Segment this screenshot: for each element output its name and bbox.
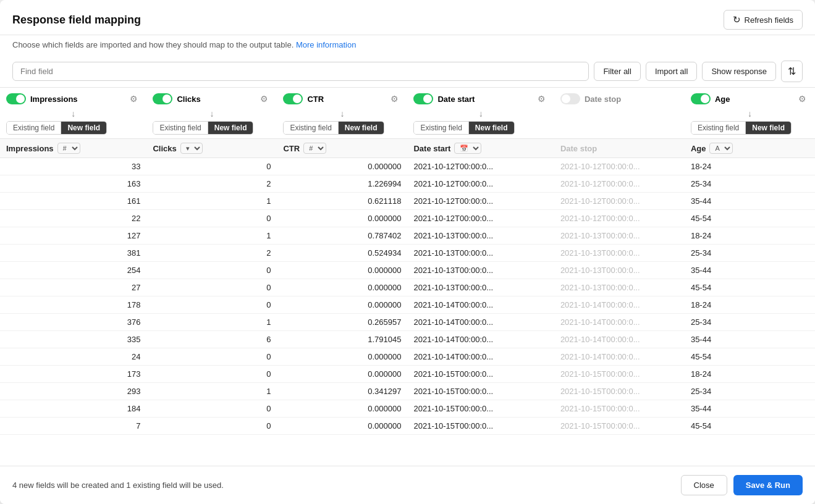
table-row: 18400.0000002021-10-15T00:00:0...2021-10… <box>0 400 815 418</box>
table-cell: 2021-10-12T00:00:0... <box>407 210 554 227</box>
table-cell: 2021-10-12T00:00:0... <box>554 158 685 175</box>
impressions-existing-tab[interactable]: Existing field <box>7 122 61 134</box>
clicks-header: Clicks ⚙ <box>146 88 277 107</box>
table-row: 2400.0000002021-10-14T00:00:0...2021-10-… <box>0 348 815 366</box>
table-scroll: Impressions ⚙ Clicks ⚙ <box>0 88 815 466</box>
datestart-col-label: Date start <box>413 144 450 153</box>
table-cell: 127 <box>0 227 146 245</box>
modal-header: Response field mapping ↻ Refresh fields <box>0 0 815 35</box>
table-cell: 2021-10-14T00:00:0... <box>554 331 685 348</box>
table-cell: 2021-10-13T00:00:0... <box>407 279 554 296</box>
ctr-new-tab[interactable]: New field <box>339 122 384 134</box>
datestart-type-dropdown[interactable]: 📅 <box>454 143 481 154</box>
col-header-row: Impressions # Clicks ▾ CTR # <box>0 139 815 158</box>
table-cell: 0 <box>146 348 277 366</box>
refresh-icon: ↻ <box>733 14 741 25</box>
table-cell: 2021-10-13T00:00:0... <box>407 262 554 279</box>
clicks-existing-tab[interactable]: Existing field <box>153 122 208 134</box>
table-cell: 2021-10-13T00:00:0... <box>407 245 554 262</box>
datestop-col-label: Date stop <box>560 144 597 153</box>
table-cell: 0.000000 <box>277 262 407 279</box>
clicks-toggle[interactable] <box>153 93 172 104</box>
table-cell: 376 <box>0 314 146 331</box>
clicks-type-dropdown[interactable]: ▾ <box>180 143 203 154</box>
ctr-gear-button[interactable]: ⚙ <box>388 93 401 105</box>
table-cell: 2021-10-12T00:00:0... <box>407 193 554 210</box>
datestart-arrow-icon: ↓ <box>479 109 483 119</box>
table-body: 3300.0000002021-10-12T00:00:0...2021-10-… <box>0 158 815 435</box>
table-cell: 335 <box>0 331 146 348</box>
table-cell: 2021-10-15T00:00:0... <box>554 418 685 435</box>
save-run-button[interactable]: Save & Run <box>733 475 803 495</box>
table-cell: 0.000000 <box>277 400 407 418</box>
table-cell: 173 <box>0 366 146 383</box>
impressions-gear-button[interactable]: ⚙ <box>127 93 140 105</box>
datestop-toggle[interactable] <box>560 93 580 104</box>
sort-button[interactable]: ⇅ <box>781 61 803 82</box>
age-arrow-icon: ↓ <box>748 109 752 119</box>
datestop-header: Date stop <box>554 88 685 107</box>
import-all-button[interactable]: Import all <box>646 62 697 81</box>
datestart-new-tab[interactable]: New field <box>469 122 514 134</box>
ctr-col-label: CTR <box>283 144 300 153</box>
table-cell: 0.000000 <box>277 158 407 175</box>
modal-footer: 4 new fields will be created and 1 exist… <box>0 466 815 504</box>
table-cell: 0 <box>146 279 277 296</box>
table-row: 2200.0000002021-10-12T00:00:0...2021-10-… <box>0 210 815 227</box>
impressions-new-tab[interactable]: New field <box>61 122 106 134</box>
ctr-existing-tab[interactable]: Existing field <box>284 122 338 134</box>
age-new-tab[interactable]: New field <box>746 122 791 134</box>
show-response-button[interactable]: Show response <box>702 62 776 81</box>
table-cell: 254 <box>0 262 146 279</box>
ctr-arrow-icon: ↓ <box>340 109 344 119</box>
tabs-row: Existing field New field Existing field … <box>0 120 815 139</box>
clicks-gear-button[interactable]: ⚙ <box>258 93 271 105</box>
arrow-row: ↓ ↓ ↓ ↓ ↓ <box>0 107 815 120</box>
datestart-gear-button[interactable]: ⚙ <box>535 93 548 105</box>
table-row: 25400.0000002021-10-13T00:00:0...2021-10… <box>0 262 815 279</box>
more-info-link[interactable]: More information <box>296 40 357 49</box>
table-cell: 7 <box>0 418 146 435</box>
datestart-header: Date start ⚙ <box>407 88 554 107</box>
search-input[interactable] <box>12 62 589 81</box>
table-cell: 184 <box>0 400 146 418</box>
table-cell: 0.524934 <box>277 245 407 262</box>
table-cell: 2021-10-14T00:00:0... <box>407 331 554 348</box>
table-cell: 35-44 <box>685 400 815 418</box>
table-cell: 163 <box>0 175 146 193</box>
ctr-toggle[interactable] <box>283 93 303 104</box>
impressions-type-dropdown[interactable]: # <box>57 143 80 154</box>
response-field-mapping-modal: Response field mapping ↻ Refresh fields … <box>0 0 815 504</box>
filter-all-button[interactable]: Filter all <box>594 62 641 81</box>
age-gear-button[interactable]: ⚙ <box>796 93 809 105</box>
table-cell: 0.787402 <box>277 227 407 245</box>
clicks-new-tab[interactable]: New field <box>208 122 253 134</box>
close-button[interactable]: Close <box>681 475 727 495</box>
age-tab-group: Existing field New field <box>691 121 792 135</box>
table-cell: 2021-10-15T00:00:0... <box>407 418 554 435</box>
table-cell: 0.265957 <box>277 314 407 331</box>
datestart-existing-tab[interactable]: Existing field <box>414 122 468 134</box>
table-cell: 0.000000 <box>277 366 407 383</box>
datestart-label: Date start <box>437 94 475 104</box>
table-cell: 2021-10-13T00:00:0... <box>407 227 554 245</box>
datestart-toggle[interactable] <box>413 93 433 104</box>
impressions-toggle[interactable] <box>6 93 26 104</box>
ctr-type-dropdown[interactable]: # <box>303 143 326 154</box>
table-cell: 2021-10-14T00:00:0... <box>407 348 554 366</box>
table-cell: 2021-10-12T00:00:0... <box>554 210 685 227</box>
table-cell: 178 <box>0 296 146 314</box>
table-cell: 0.000000 <box>277 418 407 435</box>
table-cell: 0 <box>146 418 277 435</box>
refresh-fields-button[interactable]: ↻ Refresh fields <box>724 10 803 30</box>
age-toggle[interactable] <box>691 93 711 104</box>
modal-title: Response field mapping <box>12 14 141 27</box>
impressions-label: Impressions <box>30 94 78 104</box>
table-cell: 24 <box>0 348 146 366</box>
table-cell: 0.621118 <box>277 193 407 210</box>
age-type-dropdown[interactable]: A <box>709 143 733 154</box>
clicks-label: Clicks <box>177 94 200 104</box>
age-existing-tab[interactable]: Existing field <box>691 122 746 134</box>
table-cell: 2 <box>146 175 277 193</box>
table-cell: 25-34 <box>685 245 815 262</box>
